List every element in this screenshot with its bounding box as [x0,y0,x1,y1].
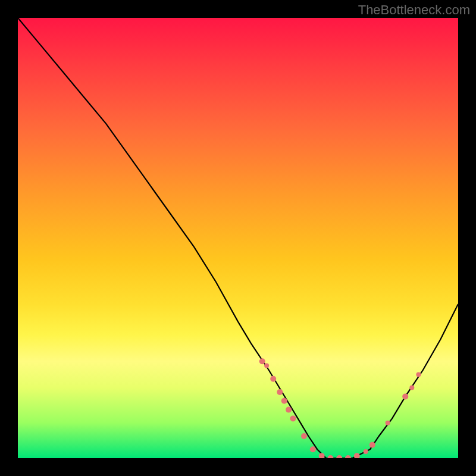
data-marker [319,453,325,458]
data-marker [290,415,296,421]
data-marker [386,421,390,425]
data-marker [409,386,414,390]
data-marker [301,433,307,439]
data-marker [327,455,333,458]
data-marker [259,358,265,364]
data-marker [336,455,342,458]
data-marker [354,453,360,458]
watermark-text: TheBottleneck.com [358,2,470,18]
data-marker [270,376,276,382]
markers-group [259,358,421,458]
data-marker [369,442,375,448]
data-marker [345,455,351,458]
data-marker [416,372,421,377]
data-marker [364,449,368,454]
data-marker [402,393,408,399]
bottleneck-curve [18,18,458,458]
data-marker [281,398,287,404]
data-marker [264,364,269,368]
data-marker [286,407,292,413]
data-marker [310,446,316,452]
chart-frame: TheBottleneck.com [0,0,476,476]
data-marker [277,389,283,395]
chart-svg [18,18,458,458]
